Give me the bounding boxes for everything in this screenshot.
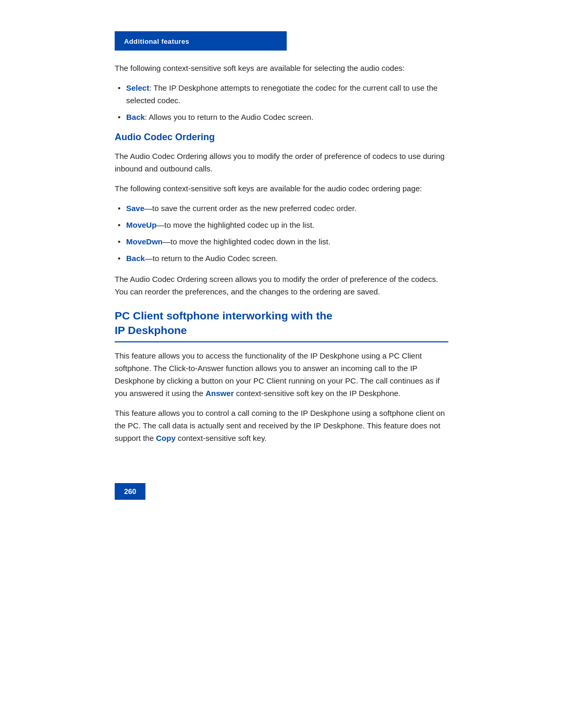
audio-codec-para-1: The Audio Codec Ordering allows you to m… <box>115 150 448 175</box>
pc-client-heading-line2: IP Deskphone <box>115 324 187 336</box>
copy-link: Copy <box>156 434 176 442</box>
back-link-1: Back <box>126 113 145 121</box>
page-number-box: 260 <box>115 483 145 500</box>
list-item: Save—to save the current order as the ne… <box>115 202 448 215</box>
softkeys-list-2: Save—to save the current order as the ne… <box>115 202 448 265</box>
movedwn-link: MoveDwn <box>126 237 163 246</box>
back-desc-1: : Allows you to return to the Audio Code… <box>145 113 314 121</box>
audio-codec-heading: Audio Codec Ordering <box>115 132 448 143</box>
page-number: 260 <box>124 487 136 496</box>
audio-codec-para-2: The following context-sensitive soft key… <box>115 182 448 195</box>
pc-client-heading: PC Client softphone interworking with th… <box>115 309 448 342</box>
save-link: Save <box>126 204 144 213</box>
pc-client-para-1-after: context-sensitive soft key on the IP Des… <box>234 389 400 398</box>
select-desc: : The IP Deskphone attempts to renegotia… <box>126 83 437 105</box>
list-item: MoveUp—to move the highlighted codec up … <box>115 219 448 231</box>
softkeys-list-1: Select: The IP Deskphone attempts to ren… <box>115 82 448 124</box>
audio-codec-para-3: The Audio Codec Ordering screen allows y… <box>115 273 448 298</box>
back-desc-2: —to return to the Audio Codec screen. <box>145 254 278 263</box>
list-item: Select: The IP Deskphone attempts to ren… <box>115 82 448 107</box>
intro-paragraph: The following context-sensitive soft key… <box>115 62 448 75</box>
list-item: Back—to return to the Audio Codec screen… <box>115 252 448 265</box>
pc-client-heading-line1: PC Client softphone interworking with th… <box>115 310 333 322</box>
additional-features-banner: Additional features <box>115 31 287 51</box>
save-desc: —to save the current order as the new pr… <box>144 204 357 213</box>
pc-client-para-2: This feature allows you to control a cal… <box>115 407 448 445</box>
back-link-2: Back <box>126 254 145 263</box>
moveup-desc: —to move the highlighted codec up in the… <box>156 220 314 229</box>
list-item: MoveDwn—to move the highlighted codec do… <box>115 236 448 248</box>
moveup-link: MoveUp <box>126 220 156 229</box>
select-link: Select <box>126 83 149 92</box>
answer-link: Answer <box>205 389 234 398</box>
banner-text: Additional features <box>124 38 189 45</box>
list-item: Back: Allows you to return to the Audio … <box>115 111 448 124</box>
movedwn-desc: —to move the highlighted codec down in t… <box>163 237 331 246</box>
pc-client-para-1: This feature allows you to access the fu… <box>115 350 448 400</box>
pc-client-para-2-after: context-sensitive soft key. <box>176 434 267 442</box>
